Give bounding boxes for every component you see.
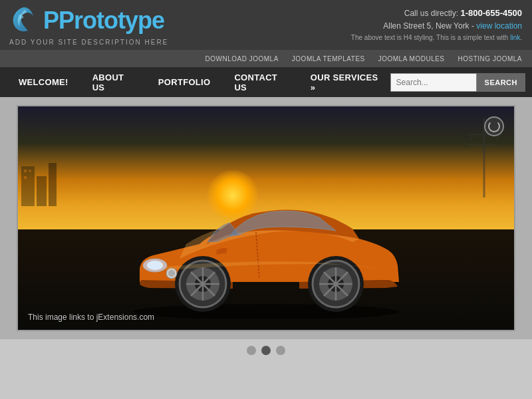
carousel-dot-2[interactable] — [261, 346, 271, 355]
carousel-dot-1[interactable] — [247, 346, 256, 355]
secondary-nav-item-download-joomla[interactable]: DOWNLOAD JOOMLA — [205, 55, 279, 63]
styling-note: The above text is H4 styling. This is a … — [351, 33, 522, 43]
nav-links: WELCOME! ABOUT US PORTFOLIO CONTACT US O… — [7, 67, 390, 97]
car-image — [100, 172, 432, 319]
carousel-dots — [0, 339, 532, 358]
svg-point-22 — [168, 270, 175, 277]
carousel-dot-3[interactable] — [276, 346, 285, 355]
secondary-nav-item-joomla-modules[interactable]: JOOMLA MODULES — [378, 55, 445, 63]
phone-line: Call us directly: 1-800-655-4500 — [351, 7, 522, 21]
search-area: SEARCH — [390, 73, 525, 92]
svg-rect-32 — [24, 170, 27, 172]
nav-item-welcome[interactable]: WELCOME! — [7, 67, 80, 97]
link-anchor[interactable]: link — [510, 34, 520, 41]
svg-rect-29 — [21, 166, 35, 206]
logo-text: PPrototype — [43, 7, 164, 35]
svg-rect-33 — [29, 170, 31, 172]
logo-area: PPrototype ADD YOUR SITE DESCRIPTION HER… — [7, 4, 168, 46]
slide-indicator-ring — [488, 120, 500, 132]
svg-rect-31 — [49, 163, 57, 206]
image-caption: This image links to jExtensions.com — [28, 313, 154, 322]
hero-container: This image links to jExtensions.com — [0, 97, 532, 339]
nav-item-about-us[interactable]: ABOUT US — [80, 67, 146, 97]
logo-row: PPrototype — [7, 4, 168, 37]
svg-point-20 — [147, 261, 163, 270]
background-buildings — [18, 140, 84, 206]
nav-item-our-services[interactable]: OUR SERVICES » — [299, 67, 390, 97]
search-input[interactable] — [390, 73, 477, 92]
header: PPrototype ADD YOUR SITE DESCRIPTION HER… — [0, 0, 532, 50]
hero-image: This image links to jExtensions.com — [18, 106, 514, 330]
phone-number: 1-800-655-4500 — [460, 8, 522, 18]
secondary-nav-item-joomla-templates[interactable]: JOOMLA TEMPLATES — [292, 55, 365, 63]
address-line: Allen Street 5, New York - view location — [351, 20, 522, 33]
logo-icon — [7, 4, 40, 37]
nav-item-contact-us[interactable]: CONTACT US — [222, 67, 298, 97]
view-location-link[interactable]: view location — [476, 21, 522, 31]
svg-point-0 — [133, 304, 399, 319]
call-label: Call us directly: — [404, 9, 461, 18]
secondary-nav: DOWNLOAD JOOMLA JOOMLA TEMPLATES JOOMLA … — [0, 50, 532, 67]
contact-info: Call us directly: 1-800-655-4500 Allen S… — [351, 7, 522, 44]
svg-rect-30 — [37, 176, 47, 206]
hero-wrapper: This image links to jExtensions.com — [17, 105, 515, 331]
secondary-nav-item-hosting-joomla[interactable]: HOSTING JOOMLA — [458, 55, 522, 63]
svg-rect-34 — [24, 176, 27, 179]
main-nav: WELCOME! ABOUT US PORTFOLIO CONTACT US O… — [0, 67, 532, 97]
search-button[interactable]: SEARCH — [477, 73, 525, 92]
site-description: ADD YOUR SITE DESCRIPTION HERE — [7, 39, 168, 46]
slide-indicator — [484, 116, 504, 136]
nav-item-portfolio[interactable]: PORTFOLIO — [146, 67, 223, 97]
